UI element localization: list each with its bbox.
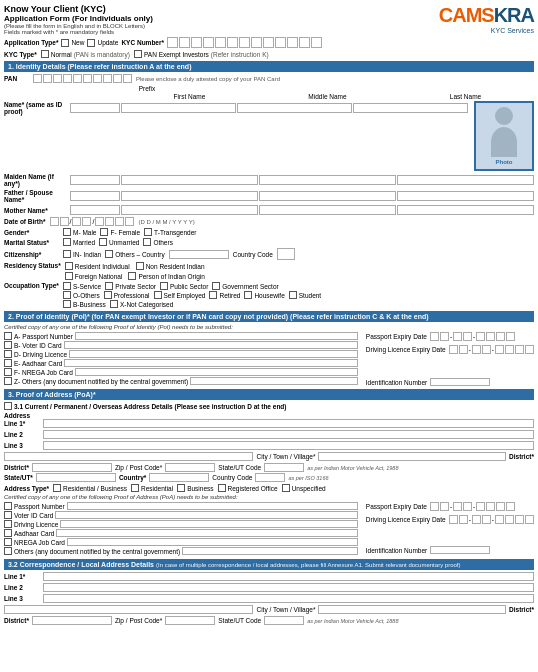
addr32-district2-input[interactable]	[32, 616, 112, 625]
addr32-zip-input[interactable]	[165, 616, 215, 625]
father-first-input[interactable]	[121, 191, 258, 201]
occ-student-checkbox[interactable]	[289, 291, 297, 299]
addr-country-code-input[interactable]	[255, 473, 285, 482]
citizen-others-checkbox[interactable]	[105, 250, 113, 258]
poa-passport-expiry-field[interactable]: - -	[430, 502, 515, 511]
gender-female-checkbox[interactable]	[100, 228, 108, 236]
occ-retired-checkbox[interactable]	[209, 291, 217, 299]
name-last-input[interactable]	[353, 103, 468, 113]
maiden-first-input[interactable]	[121, 175, 258, 185]
poi-driving-checkbox[interactable]	[4, 350, 12, 358]
addr-zip-input[interactable]	[165, 463, 215, 472]
poi-passport-checkbox[interactable]	[4, 332, 12, 340]
poi-aadhaar-input[interactable]	[64, 359, 357, 367]
poi-driving-input[interactable]	[69, 350, 358, 358]
res-foreign-checkbox[interactable]	[65, 272, 73, 280]
addr-line3-input[interactable]	[43, 441, 534, 450]
poa-passport-checkbox[interactable]	[4, 502, 12, 510]
poi-aadhaar-checkbox[interactable]	[4, 359, 12, 367]
addr32-line2-input[interactable]	[43, 583, 534, 592]
poa-driving-checkbox[interactable]	[4, 520, 12, 528]
occ-private-checkbox[interactable]	[105, 282, 113, 290]
occ-business-checkbox[interactable]	[63, 300, 71, 308]
country-code-box[interactable]	[277, 248, 295, 260]
addr-district-input[interactable]	[318, 452, 506, 461]
poa-nrega-input[interactable]	[67, 538, 358, 546]
addr-state-input[interactable]	[264, 463, 304, 472]
pan-field[interactable]	[33, 74, 132, 83]
addr32-district-input[interactable]	[318, 605, 506, 614]
occ-housewife-checkbox[interactable]	[244, 291, 252, 299]
marital-unmarried-checkbox[interactable]	[99, 238, 107, 246]
addr-district2-input[interactable]	[32, 463, 112, 472]
poa-id-input[interactable]	[430, 546, 490, 554]
addr-type-unspecified-checkbox[interactable]	[282, 484, 290, 492]
kyc-number-field[interactable]	[167, 37, 322, 48]
occ-others-checkbox[interactable]	[63, 291, 71, 299]
res-pio-checkbox[interactable]	[128, 272, 136, 280]
poa-voter-checkbox[interactable]	[4, 511, 12, 519]
addr-type-res-checkbox[interactable]	[131, 484, 139, 492]
poa-driving-expiry-field[interactable]: - -	[449, 515, 534, 524]
citizen-country-input[interactable]	[169, 250, 229, 259]
poa-others-checkbox[interactable]	[4, 547, 12, 555]
occ-service-checkbox[interactable]	[63, 282, 71, 290]
poa-nrega-checkbox[interactable]	[4, 538, 12, 546]
passport-expiry-field[interactable]: - -	[430, 332, 515, 341]
citizen-indian-checkbox[interactable]	[63, 250, 71, 258]
gender-male-checkbox[interactable]	[63, 228, 71, 236]
kyc-pan-exempt-checkbox[interactable]	[134, 50, 142, 58]
poi-nrega-input[interactable]	[75, 368, 358, 376]
marital-married-checkbox[interactable]	[63, 238, 71, 246]
name-prefix-input[interactable]	[70, 103, 120, 113]
poi-voter-checkbox[interactable]	[4, 341, 12, 349]
gender-transgender-checkbox[interactable]	[144, 228, 152, 236]
occ-govt-checkbox[interactable]	[212, 282, 220, 290]
poa-driving-input[interactable]	[60, 520, 357, 528]
father-prefix-input[interactable]	[70, 191, 120, 201]
poa-aadhaar-input[interactable]	[56, 529, 357, 537]
addr-city-input[interactable]	[4, 452, 253, 461]
poi-voter-input[interactable]	[64, 341, 358, 349]
addr-country-input[interactable]	[149, 473, 209, 482]
mother-first-input[interactable]	[121, 205, 258, 215]
driving-expiry-field[interactable]: - -	[449, 345, 534, 354]
marital-others-checkbox[interactable]	[143, 238, 151, 246]
poa-aadhaar-checkbox[interactable]	[4, 529, 12, 537]
addr-line2-input[interactable]	[43, 430, 534, 439]
poa-voter-input[interactable]	[55, 511, 357, 519]
addr32-line1-input[interactable]	[43, 572, 534, 581]
kyc-normal-checkbox[interactable]	[41, 50, 49, 58]
id-number-input[interactable]	[430, 378, 490, 386]
section31-checkbox[interactable]	[4, 402, 12, 410]
addr-type-resbiz-checkbox[interactable]	[53, 484, 61, 492]
occ-notcat-checkbox[interactable]	[110, 300, 118, 308]
addr-type-regoffice-checkbox[interactable]	[218, 484, 226, 492]
poi-others-checkbox[interactable]	[4, 377, 12, 385]
poa-others-input[interactable]	[182, 547, 358, 555]
maiden-last-input[interactable]	[397, 175, 534, 185]
maiden-middle-input[interactable]	[259, 175, 396, 185]
occ-professional-checkbox[interactable]	[104, 291, 112, 299]
addr32-line3-input[interactable]	[43, 594, 534, 603]
occ-selfemployed-checkbox[interactable]	[154, 291, 162, 299]
res-nri-checkbox[interactable]	[136, 262, 144, 270]
name-middle-input[interactable]	[237, 103, 352, 113]
poa-passport-input[interactable]	[67, 502, 358, 510]
occ-public-checkbox[interactable]	[160, 282, 168, 290]
mother-middle-input[interactable]	[259, 205, 396, 215]
name-first-input[interactable]	[121, 103, 236, 113]
dob-field[interactable]: / /	[50, 217, 135, 226]
mother-last-input[interactable]	[397, 205, 534, 215]
addr-type-biz-checkbox[interactable]	[177, 484, 185, 492]
addr32-state-input[interactable]	[264, 616, 304, 625]
addr-line1-input[interactable]	[43, 419, 534, 428]
app-type-new-checkbox[interactable]	[61, 39, 69, 47]
mother-prefix-input[interactable]	[70, 205, 120, 215]
res-resident-checkbox[interactable]	[65, 262, 73, 270]
poi-nrega-checkbox[interactable]	[4, 368, 12, 376]
father-last-input[interactable]	[397, 191, 534, 201]
father-middle-input[interactable]	[259, 191, 396, 201]
state-ut-input[interactable]	[36, 473, 116, 482]
poi-others-input[interactable]	[190, 377, 358, 385]
